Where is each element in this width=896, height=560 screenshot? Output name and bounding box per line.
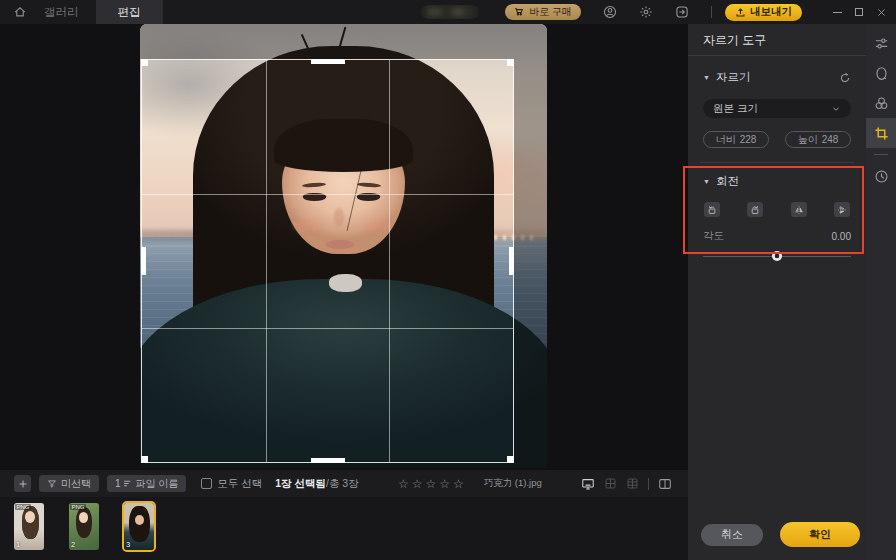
grid-icon (626, 477, 639, 490)
confirm-button[interactable]: 확인 (780, 522, 860, 547)
crop-grid-line (142, 328, 513, 329)
crop-handle-right[interactable] (509, 247, 514, 275)
sort-by-filename-button[interactable]: 1 파일 이름 (107, 475, 186, 492)
rotate-right-button[interactable] (747, 202, 763, 217)
select-all-control[interactable]: 모두 선택 (201, 477, 262, 491)
top-bar-right: 바로 구매 내보내기 (421, 0, 896, 24)
rotate-section: ▼ 회전 각도 0.00 (688, 163, 866, 261)
crop-section: ▼ 자르기 원본 크기 너비 228 높이 248 (688, 56, 866, 148)
filters-tool-button[interactable] (866, 88, 896, 118)
crop-handle-bottom-right[interactable] (507, 456, 514, 463)
view-mode-icons (581, 477, 672, 491)
reset-crop-button[interactable] (839, 72, 851, 84)
crop-tool-button[interactable] (866, 118, 896, 148)
size-preset-dropdown[interactable]: 원본 크기 (703, 99, 851, 118)
strip-divider (874, 154, 888, 155)
rating-stars[interactable]: ☆ ☆ ☆ ☆ ☆ (398, 478, 464, 490)
star-icon[interactable]: ☆ (453, 478, 464, 490)
crop-handle-top[interactable] (311, 59, 345, 64)
upload-icon (735, 7, 746, 18)
tab-gallery[interactable]: 갤러리 (27, 0, 96, 24)
rotate-ccw-icon (707, 205, 717, 215)
topbar-separator (711, 6, 712, 18)
crop-dim-overlay (140, 463, 514, 467)
tab-edit[interactable]: 편집 (96, 0, 163, 24)
slider-handle[interactable] (772, 251, 782, 261)
thumbnail-3-selected[interactable]: 3 (124, 503, 154, 550)
crop-handle-top-left[interactable] (141, 59, 148, 66)
flip-vertical-icon (837, 205, 847, 215)
chevron-down-icon (831, 104, 841, 114)
rotate-left-button[interactable] (704, 202, 720, 217)
buy-now-button[interactable]: 바로 구매 (505, 4, 581, 20)
account-button[interactable] (603, 5, 617, 19)
width-input[interactable]: 너비 228 (703, 131, 769, 148)
redacted-account-badge (421, 5, 479, 19)
star-icon[interactable]: ☆ (439, 478, 450, 490)
settings-gear-button[interactable] (639, 5, 653, 19)
main-area: 미선택 1 파일 이름 모두 선택 1장 선택됨/총 3장 ☆ ☆ ☆ (0, 24, 896, 560)
portrait-tool-button[interactable] (866, 58, 896, 88)
blend-circles-icon (874, 96, 889, 111)
home-icon (13, 5, 27, 19)
crop-handle-left[interactable] (141, 247, 146, 275)
width-value: 228 (740, 134, 757, 145)
select-all-label: 모두 선택 (217, 477, 262, 491)
history-tool-button[interactable] (866, 161, 896, 191)
star-icon[interactable]: ☆ (425, 478, 436, 490)
split-view-icon (658, 477, 672, 491)
collapse-triangle-icon[interactable]: ▼ (703, 74, 710, 81)
top-bar: 갤러리 편집 바로 구매 내보내기 (0, 0, 896, 24)
flip-horizontal-button[interactable] (791, 202, 807, 217)
crop-section-label: 자르기 (716, 70, 751, 85)
star-icon[interactable]: ☆ (412, 478, 423, 490)
thumbnail-image (135, 515, 144, 525)
crop-grid-line (142, 194, 513, 195)
size-preset-value: 원본 크기 (713, 102, 758, 116)
height-label: 높이 (798, 133, 818, 147)
rotate-cw-icon (750, 205, 760, 215)
crop-handle-top-right[interactable] (507, 59, 514, 66)
home-button[interactable] (13, 5, 27, 19)
sort-label: 파일 이름 (136, 477, 179, 491)
crop-handle-bottom[interactable] (311, 458, 345, 463)
grid-view-button-2[interactable] (626, 477, 639, 490)
crop-box[interactable] (141, 59, 514, 463)
select-all-checkbox[interactable] (201, 478, 212, 489)
grid-view-button[interactable] (604, 477, 617, 490)
tool-strip (866, 24, 896, 560)
angle-value: 0.00 (832, 231, 851, 242)
login-arrow-button[interactable] (675, 5, 689, 19)
selection-count: 1장 선택됨/총 3장 (275, 477, 358, 491)
flip-horizontal-icon (794, 205, 804, 215)
minimize-button[interactable] (826, 0, 848, 24)
filter-button[interactable]: 미선택 (39, 475, 99, 492)
cancel-button[interactable]: 취소 (701, 524, 763, 546)
maximize-button[interactable] (848, 0, 870, 24)
sort-lines-icon (123, 479, 132, 488)
export-button[interactable]: 내보내기 (725, 4, 802, 21)
thumbnail-number: 3 (126, 540, 130, 549)
adjust-tool-button[interactable] (866, 28, 896, 58)
collapse-triangle-icon[interactable]: ▼ (703, 178, 710, 185)
flip-vertical-button[interactable] (834, 202, 850, 217)
grid-icon (604, 477, 617, 490)
maximize-icon (855, 8, 863, 16)
thumbnail-1[interactable]: PNG 1 (14, 503, 44, 550)
crop-handle-bottom-left[interactable] (141, 456, 148, 463)
angle-slider[interactable] (703, 251, 851, 261)
app-window: 갤러리 편집 바로 구매 내보내기 (0, 0, 896, 560)
cart-icon (514, 7, 525, 18)
close-button[interactable] (870, 0, 892, 24)
star-icon[interactable]: ☆ (398, 478, 409, 490)
format-badge: PNG (15, 504, 31, 510)
photo-being-edited[interactable] (140, 24, 547, 467)
crop-grid-line (266, 60, 267, 462)
add-image-button[interactable] (14, 475, 31, 492)
height-input[interactable]: 높이 248 (785, 131, 851, 148)
clock-icon (874, 169, 889, 184)
fit-screen-view-button[interactable] (581, 477, 595, 491)
thumbnail-2[interactable]: PNG 2 (69, 503, 99, 550)
total-count-text: /총 3장 (326, 477, 359, 489)
compare-view-button[interactable] (658, 477, 672, 491)
